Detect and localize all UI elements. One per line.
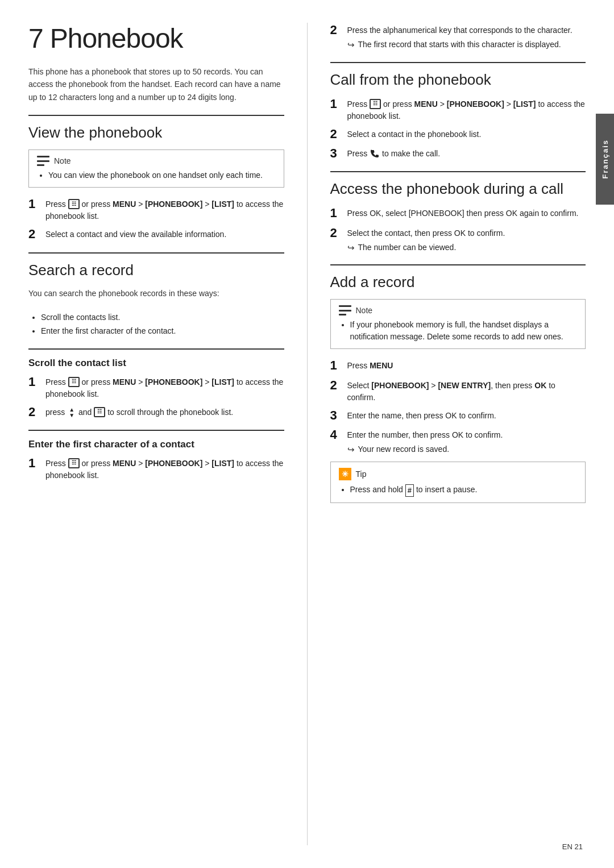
access-during-title: Access the phonebook during a call — [330, 180, 586, 198]
access-step-1: 1 Press OK, select [PHONEBOOK] then pres… — [330, 206, 586, 221]
section-search-title: Search a record — [28, 261, 284, 279]
search-way-1: Scroll the contacts list. — [41, 311, 284, 325]
sidebar-language-tab: Français — [596, 114, 614, 205]
call-from-title: Call from the phonebook — [330, 71, 586, 89]
add-note-list: If your phonebook memory is full, the ha… — [339, 319, 578, 343]
scroll-step-1: 1 Press ☷ or press MENU > [PHONEBOOK] > … — [28, 375, 284, 400]
first-char-step-1: 1 Press ☷ or press MENU > [PHONEBOOK] > … — [28, 456, 284, 481]
add-record-steps: 1 Press MENU 2 Select [PHONEBOOK] > [NEW… — [330, 358, 586, 456]
divider-call-from — [330, 62, 586, 63]
search-ways-list: Scroll the contacts list. Enter the firs… — [28, 311, 284, 338]
search-way-2: Enter the first character of the contact… — [41, 325, 284, 338]
note-icon — [37, 156, 49, 166]
up-icon: ▲▼ — [67, 407, 76, 417]
section-view-phonebook-title: View the phonebook — [28, 124, 284, 142]
access-arrow: ↪ The number can be viewed. — [347, 242, 586, 255]
add-record-arrow: ↪ Your new record is saved. — [347, 443, 586, 456]
divider-search — [28, 252, 284, 254]
page-footer: EN 21 — [562, 842, 583, 851]
note-header: Note — [37, 156, 276, 166]
add-record-title: Add a record — [330, 273, 586, 291]
phonebook-icon-5: ☷ — [370, 99, 381, 109]
first-char-arrow: ↪ The first record that starts with this… — [347, 39, 586, 52]
add-step-3: 3 Enter the name, then press OK to confi… — [330, 408, 586, 423]
divider-first-char — [28, 430, 284, 431]
add-step-2: 2 Select [PHONEBOOK] > [NEW ENTRY], then… — [330, 378, 586, 404]
add-step-4: 4 Enter the number, then press OK to con… — [330, 427, 586, 456]
right-column: 2 Press the alphanumerical key that corr… — [308, 23, 586, 845]
view-phonebook-note: Note You can view the phonebook on one h… — [28, 149, 284, 188]
first-char-step-2: 2 Press the alphanumerical key that corr… — [330, 23, 586, 52]
phonebook-icon-3: ☷ — [94, 407, 105, 417]
call-icon — [370, 148, 380, 159]
phonebook-icon-4: ☷ — [68, 458, 80, 468]
access-during-steps: 1 Press OK, select [PHONEBOOK] then pres… — [330, 206, 586, 254]
scroll-contacts-title: Scroll the contact list — [28, 358, 284, 369]
tip-item: Press and hold # to insert a pause. — [350, 484, 578, 496]
hash-icon: # — [405, 484, 414, 497]
divider-view — [28, 115, 284, 116]
first-char-title: Enter the first character of a contact — [28, 439, 284, 450]
divider-access-during — [330, 171, 586, 172]
call-step-3: 3 Press to make the call. — [330, 146, 586, 161]
add-note-header: Note — [339, 305, 578, 315]
add-note-icon — [339, 305, 351, 315]
tip-header: ✳ Tip — [339, 468, 578, 480]
add-note-label: Note — [356, 306, 373, 315]
tip-list: Press and hold # to insert a pause. — [339, 484, 578, 496]
left-column: 7Phonebook This phone has a phonebook th… — [28, 23, 308, 845]
first-char-step2-cont: 2 Press the alphanumerical key that corr… — [330, 23, 586, 52]
scroll-step-2: 2 press ▲▼ and ☷ to scroll through the p… — [28, 405, 284, 420]
access-step-2: 2 Select the contact, then press OK to c… — [330, 226, 586, 255]
page-wrapper: Français 7Phonebook This phone has a pho… — [0, 0, 614, 868]
call-step-2: 2 Select a contact in the phonebook list… — [330, 127, 586, 142]
tip-icon: ✳ — [339, 468, 351, 480]
page-title: 7Phonebook — [28, 23, 284, 54]
sidebar-language-label: Français — [601, 139, 609, 178]
add-record-note: Note If your phonebook memory is full, t… — [330, 299, 586, 349]
tip-box: ✳ Tip Press and hold # to insert a pause… — [330, 462, 586, 502]
view-phonebook-steps: 1 Press ☷ or press MENU > [PHONEBOOK] > … — [28, 197, 284, 242]
first-char-steps: 1 Press ☷ or press MENU > [PHONEBOOK] > … — [28, 456, 284, 481]
phonebook-icon-2: ☷ — [68, 377, 80, 387]
step-2: 2 Select a contact and view the availabl… — [28, 227, 284, 242]
add-step-1: 1 Press MENU — [330, 358, 586, 373]
note-list: You can view the phonebook on one handse… — [37, 169, 276, 181]
chapter-number: 7 — [28, 23, 43, 53]
search-intro: You can search the phonebook records in … — [28, 287, 284, 300]
call-from-steps: 1 Press ☷ or press MENU > [PHONEBOOK] > … — [330, 97, 586, 161]
scroll-steps: 1 Press ☷ or press MENU > [PHONEBOOK] > … — [28, 375, 284, 420]
note-label: Note — [54, 156, 71, 165]
phonebook-icon-1: ☷ — [68, 199, 80, 209]
divider-scroll — [28, 348, 284, 350]
divider-add — [330, 264, 586, 265]
tip-label: Tip — [356, 470, 367, 479]
step-1: 1 Press ☷ or press MENU > [PHONEBOOK] > … — [28, 197, 284, 222]
call-step-1: 1 Press ☷ or press MENU > [PHONEBOOK] > … — [330, 97, 586, 122]
add-note-item: If your phonebook memory is full, the ha… — [350, 319, 578, 343]
note-item: You can view the phonebook on one handse… — [48, 169, 276, 181]
content-area: 7Phonebook This phone has a phonebook th… — [0, 0, 614, 868]
intro-text: This phone has a phonebook that stores u… — [28, 65, 284, 103]
